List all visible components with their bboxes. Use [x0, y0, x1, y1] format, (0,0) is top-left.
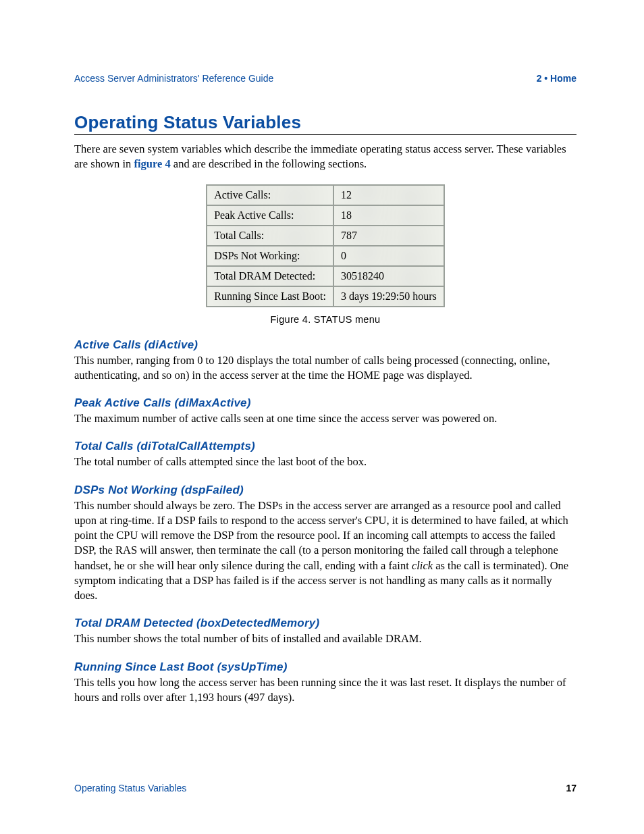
cell-label: Running Since Last Boot: [207, 286, 333, 307]
cell-value: 18 [333, 205, 444, 226]
subhead-dsps-not-working: DSPs Not Working (dspFailed) [74, 484, 576, 497]
title-rule [74, 134, 576, 135]
figure-reference-link[interactable]: figure 4 [134, 157, 170, 170]
table-row: Total DRAM Detected: 30518240 [207, 266, 444, 286]
subhead-total-calls: Total Calls (diTotalCallAttempts) [74, 440, 576, 453]
running-header: Access Server Administrators' Reference … [74, 73, 576, 84]
intro-paragraph: There are seven system variables which d… [74, 142, 576, 172]
intro-text-after: and are described in the following secti… [171, 157, 367, 170]
footer-page-number: 17 [566, 783, 576, 793]
page-footer: Operating Status Variables 17 [74, 783, 576, 793]
table-row: Total Calls: 787 [207, 226, 444, 246]
dsps-body-em: click [412, 559, 433, 572]
cell-value: 30518240 [333, 266, 444, 286]
status-table: Active Calls: 12 Peak Active Calls: 18 T… [206, 184, 445, 307]
cell-label: Total Calls: [207, 226, 333, 246]
body-running-since: This tells you how long the access serve… [74, 675, 576, 706]
cell-label: Total DRAM Detected: [207, 266, 333, 286]
cell-value: 787 [333, 226, 444, 246]
body-total-calls: The total number of calls attempted sinc… [74, 454, 576, 469]
table-row: Active Calls: 12 [207, 185, 444, 205]
table-row: Running Since Last Boot: 3 days 19:29:50… [207, 286, 444, 307]
subhead-active-calls: Active Calls (diActive) [74, 338, 576, 352]
document-page: Access Server Administrators' Reference … [0, 0, 644, 834]
body-active-calls: This number, ranging from 0 to 120 displ… [74, 353, 576, 384]
body-peak-active-calls: The maximum number of active calls seen … [74, 411, 576, 426]
cell-label: DSPs Not Working: [207, 246, 333, 266]
cell-value: 0 [333, 246, 444, 266]
subhead-running-since: Running Since Last Boot (sysUpTime) [74, 660, 576, 674]
table-row: Peak Active Calls: 18 [207, 205, 444, 226]
header-left: Access Server Administrators' Reference … [74, 73, 273, 84]
cell-value: 12 [333, 185, 444, 205]
figure-caption: Figure 4. STATUS menu [74, 314, 576, 325]
body-dsps-not-working: This number should always be zero. The D… [74, 498, 576, 604]
table-row: DSPs Not Working: 0 [207, 246, 444, 266]
figure-4: Active Calls: 12 Peak Active Calls: 18 T… [74, 184, 576, 325]
subhead-total-dram: Total DRAM Detected (boxDetectedMemory) [74, 617, 576, 630]
header-right: 2 • Home [537, 73, 576, 84]
cell-label: Active Calls: [207, 185, 333, 205]
subhead-peak-active-calls: Peak Active Calls (diMaxActive) [74, 396, 576, 410]
footer-left: Operating Status Variables [74, 783, 186, 793]
section-title: Operating Status Variables [74, 112, 576, 133]
cell-value: 3 days 19:29:50 hours [333, 286, 444, 307]
cell-label: Peak Active Calls: [207, 205, 333, 226]
body-total-dram: This number shows the total number of bi… [74, 631, 576, 646]
